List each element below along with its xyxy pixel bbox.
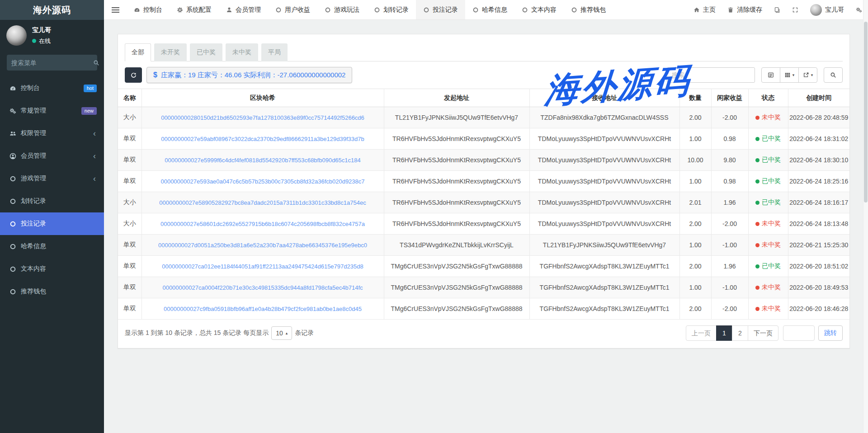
column-header[interactable]: 数量	[679, 89, 711, 107]
refresh-button[interactable]	[125, 67, 142, 83]
dollar-icon: $	[153, 71, 157, 79]
tab-lost[interactable]: 未中奖	[226, 43, 258, 61]
cell-name: 大小	[118, 107, 142, 128]
sidebar-item-auth[interactable]: 权限管理 ‹	[0, 122, 104, 145]
tab-won[interactable]: 已中奖	[190, 43, 222, 61]
pagination-summary: 显示第 1 到第 10 条记录，总共 15 条记录 每页显示	[125, 329, 269, 337]
search-toggle-button[interactable]	[824, 67, 843, 83]
topnav-item-label: 用户收益	[285, 6, 310, 14]
block-hash-link[interactable]: 00000000027d0051a250be3d81a6e52a230b7aa4…	[158, 242, 367, 249]
sidebar-item-bets[interactable]: 投注记录	[0, 212, 104, 235]
topnav-item-label: 游戏玩法	[334, 6, 359, 14]
cell-name: 大小	[118, 213, 142, 235]
columns-button[interactable]: ▾	[780, 67, 799, 83]
cell-amount: 2.00	[679, 107, 711, 128]
column-header[interactable]: 发起地址	[384, 89, 529, 107]
topnav-item-system-config[interactable]: 系统配置	[170, 0, 219, 19]
status-dot-icon	[755, 243, 760, 247]
sidebar-item-transfer[interactable]: 划转记录	[0, 190, 104, 212]
topnav-item-user-income[interactable]: 用户收益	[268, 0, 317, 19]
topnav-item-wallet[interactable]: 推荐钱包	[564, 0, 613, 19]
status-badge: 未中奖	[755, 283, 781, 292]
block-hash-link[interactable]: 00000000027e593ae0a047c6c5b57b253b00c730…	[160, 178, 364, 185]
sidebar-item-label: 文本内容	[21, 265, 46, 273]
scrollbar[interactable]	[863, 0, 868, 433]
column-header[interactable]: 区块哈希	[142, 89, 384, 107]
cell-profit: -2.00	[711, 213, 748, 235]
content-area: 全部 未开奖 已中奖 未中奖 平局 $ 庄家赢：19 庄家亏：46.06 实际利…	[104, 20, 868, 433]
block-hash-link[interactable]: 00000000027e58905282927bc8ea7dadc2015a73…	[159, 199, 366, 206]
next-page-button[interactable]: 下一页	[748, 325, 778, 341]
tab-draw[interactable]: 平局	[261, 43, 288, 61]
topnav-item-dashboard[interactable]: 控制台	[127, 0, 170, 19]
topnav-item-text-content[interactable]: 文本内容	[514, 0, 564, 19]
column-header[interactable]: 接收地址	[529, 89, 679, 107]
sidebar-item-dashboard[interactable]: 控制台 hot	[0, 77, 104, 99]
topnav-item-label: 文本内容	[531, 6, 557, 14]
topnav-item-game-play[interactable]: 游戏玩法	[317, 0, 367, 19]
topnav-item-transfer[interactable]: 划转记录	[367, 0, 416, 19]
detail-view-button[interactable]	[761, 67, 780, 83]
cell-amount: 2.00	[679, 256, 711, 277]
circle-icon	[522, 7, 528, 13]
refresh-icon	[130, 72, 137, 79]
table-search-input[interactable]	[667, 67, 755, 83]
cogs-icon	[856, 7, 862, 13]
docs-button[interactable]	[768, 0, 786, 19]
clear-cache-button[interactable]: 清除缓存	[722, 0, 768, 19]
column-header[interactable]: 名称	[118, 89, 142, 107]
tab-pending[interactable]: 未开奖	[154, 43, 187, 61]
scrollbar-thumb[interactable]	[864, 22, 868, 202]
cell-name: 单双	[118, 128, 142, 150]
user-menu[interactable]: 宝儿哥	[804, 0, 850, 19]
topnav-item-member[interactable]: 会员管理	[219, 0, 268, 19]
jump-button[interactable]: 跳转	[818, 325, 843, 341]
sidebar-item-member[interactable]: 会员管理 ‹	[0, 145, 104, 167]
sidebar-item-text[interactable]: 文本内容	[0, 258, 104, 280]
chevron-left-icon: ‹	[93, 129, 97, 137]
cell-from-address: TR6HVFbHv5SJdoHnmKtRexsvptwgCKXuY5	[384, 192, 529, 213]
sidebar-search-input[interactable]	[11, 59, 93, 66]
fullscreen-button[interactable]	[786, 0, 804, 19]
topnav-item-label: 控制台	[143, 6, 162, 14]
cell-to-address: TZDFa8nix98Xdka7gb6TZMGxnacDLW4SSS	[529, 107, 679, 128]
app-root: 海外源码 宝儿哥 在线 控制台 hot 常规管理 new 权限管理	[0, 0, 868, 433]
block-hash-link[interactable]: 00000000027c9fba05918bfb96aff1e0a4b28b47…	[164, 306, 362, 312]
topnav-item-bets[interactable]: 投注记录	[416, 0, 465, 19]
cell-from-address: TR6HVFbHv5SJdoHnmKtRexsvptwgCKXuY5	[384, 171, 529, 192]
sidebar-item-general[interactable]: 常规管理 new	[0, 99, 104, 122]
sidebar-item-game[interactable]: 游戏管理 ‹	[0, 167, 104, 190]
sidebar-item-hash[interactable]: 哈希信息	[0, 235, 104, 258]
export-button[interactable]: ▾	[798, 67, 817, 83]
page-number-2[interactable]: 2	[732, 325, 748, 341]
stats-text: 庄家赢：19 庄家亏：46.06 实际利润：-27.06000000000000…	[161, 71, 346, 80]
table-row: 大小 00000000027e58601dc2692e5527915b6b18c…	[118, 213, 849, 235]
block-hash-link[interactable]: 00000000027ca012ee1184f44051af91ff22113a…	[162, 263, 363, 270]
topnav-item-hash-info[interactable]: 哈希信息	[465, 0, 514, 19]
sidebar-item-wallet[interactable]: 推荐钱包	[0, 280, 104, 303]
page-number-1[interactable]: 1	[716, 325, 732, 341]
column-header[interactable]: 闲家收益	[711, 89, 748, 107]
block-hash-link[interactable]: 00000000027e5999f6c4dcf4fef0818d5542920b…	[165, 157, 361, 164]
tab-all[interactable]: 全部	[125, 43, 151, 61]
status-badge: 已中奖	[755, 177, 781, 185]
block-hash-link[interactable]: 00000000027e58601dc2692e5527915b6b18c607…	[160, 221, 365, 227]
jump-page-input[interactable]	[783, 325, 815, 341]
block-hash-link[interactable]: 000000000280150d21bd6502593e7fa127810036…	[161, 114, 364, 121]
column-header[interactable]: 状态	[748, 89, 788, 107]
page-size-select[interactable]: 10 ▴	[271, 326, 292, 340]
cell-to-address: TDMoLyuuwys3SpHtDTpoVVUWNVUsvXCRHt	[529, 128, 679, 150]
search-icon[interactable]	[93, 60, 99, 66]
circle-icon	[325, 7, 331, 13]
panel-heading: 全部 未开奖 已中奖 未中奖 平局	[118, 34, 849, 61]
block-hash-link[interactable]: 00000000027e59abf08967c3022dca2370b29edf…	[161, 136, 364, 142]
column-header[interactable]: 创建时间	[788, 89, 849, 107]
status-dot-icon	[755, 307, 760, 311]
table-header-row: 名称 区块哈希 发起地址 接收地址 数量 闲家收益 状态 创建时间	[118, 89, 849, 107]
cell-amount: 1.00	[679, 128, 711, 150]
prev-page-button[interactable]: 上一页	[686, 325, 717, 341]
home-button[interactable]: 主页	[688, 0, 722, 19]
block-hash-link[interactable]: 00000000027ca0004f220b71e30c3c49815335dc…	[162, 284, 363, 291]
menu-toggle-icon[interactable]	[104, 0, 127, 19]
trash-icon	[727, 7, 734, 13]
